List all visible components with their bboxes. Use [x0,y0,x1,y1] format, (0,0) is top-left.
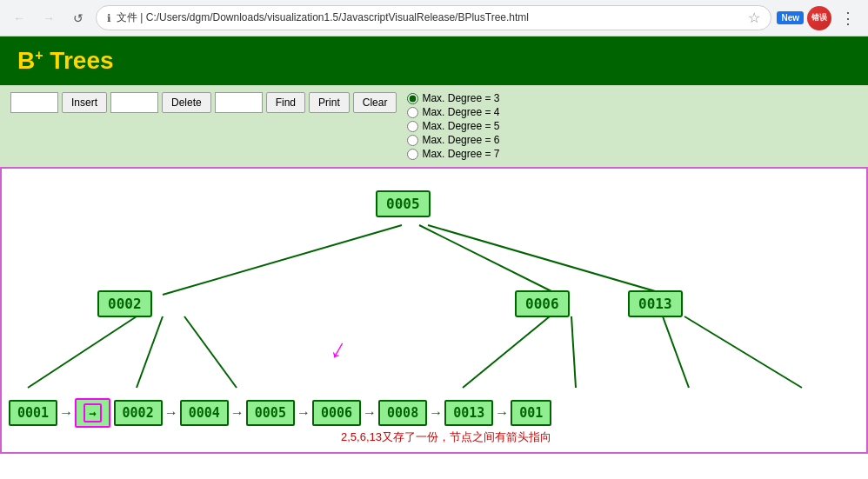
radio-5[interactable] [407,121,418,132]
svg-line-1 [419,225,558,295]
radio-3[interactable] [407,93,418,104]
svg-line-7 [571,316,576,388]
leaf-arrow-3: → [230,405,244,421]
leaf-arrow-7: → [495,405,509,421]
clear-button[interactable]: Clear [353,92,397,113]
leaf-arrow-6: → [429,405,443,421]
radio-item-5[interactable]: Max. Degree = 5 [407,120,499,132]
toolbar-right: New 错误 ⋮ [777,6,861,30]
delete-input[interactable] [110,92,158,113]
svg-line-8 [663,316,689,388]
radio-group: Max. Degree = 3 Max. Degree = 4 Max. Deg… [407,92,499,160]
root-node: 0005 [376,190,431,217]
insert-button[interactable]: Insert [62,92,107,113]
node-0006: 0006 [515,290,570,317]
title-trees: Trees [50,47,113,74]
forward-button[interactable]: → [37,6,61,30]
radio-4[interactable] [407,107,418,118]
app-header: B+ Trees [0,37,868,85]
magenta-arrow: ↓ [325,331,353,366]
leaf-0002-val: 0002 [114,400,163,426]
node-0002: 0002 [97,290,152,317]
leaf-0002: → [75,398,110,428]
title-b: B [17,47,35,74]
bookmark-icon[interactable]: ☆ [748,10,760,26]
node-0013: 0013 [628,290,683,317]
annotation-text: 2,5,6,13又存了一份，节点之间有箭头指向 [341,429,551,445]
address-bar[interactable]: ℹ 文件 | C:/Users/dgm/Downloads/visualizat… [96,5,771,30]
radio-item-4[interactable]: Max. Degree = 4 [407,106,499,118]
refresh-button[interactable]: ↺ [66,6,90,30]
radio-label-6: Max. Degree = 6 [422,134,499,146]
leaf-row: 0001 → → 0002 → 0004 → 0005 → 0006 → 000… [2,398,866,428]
insert-input[interactable] [10,92,58,113]
leaf-arrow-1: → [59,405,73,421]
leaf-0006: 0006 [312,400,361,426]
app-title: B+ Trees [17,47,114,74]
radio-7[interactable] [407,149,418,160]
radio-label-4: Max. Degree = 4 [422,106,499,118]
radio-item-3[interactable]: Max. Degree = 3 [407,92,499,104]
new-badge: New [777,11,804,24]
address-text: 文件 | C:/Users/dgm/Downloads/visualizatio… [117,10,748,25]
leaf-0004: 0004 [180,400,229,426]
radio-label-5: Max. Degree = 5 [422,120,499,132]
radio-label-7: Max. Degree = 7 [422,148,499,160]
lock-icon: ℹ [107,12,111,24]
radio-item-7[interactable]: Max. Degree = 7 [407,148,499,160]
controls-left: Insert Delete Find Print Clear [10,92,397,113]
leaf-0001: 0001 [9,400,57,426]
svg-line-0 [163,225,402,295]
controls-area: Insert Delete Find Print Clear Max. Degr… [0,85,868,167]
svg-line-6 [463,316,550,388]
find-input[interactable] [215,92,263,113]
leaf-0005: 0005 [246,400,295,426]
svg-line-9 [684,316,802,388]
nav-bar: ← → ↺ ℹ 文件 | C:/Users/dgm/Downloads/visu… [0,0,868,36]
menu-icon[interactable]: ⋮ [835,7,861,30]
svg-line-3 [28,316,137,388]
delete-button[interactable]: Delete [162,92,211,113]
tree-area: 0005 0002 0006 0013 0001 → → 0002 → 0004… [0,167,868,454]
avatar: 错误 [807,6,831,30]
radio-6[interactable] [407,135,418,146]
svg-line-2 [428,225,667,295]
leaf-arrow-2: → [164,405,178,421]
avatar-text: 错误 [811,12,827,23]
leaf-arrow-5: → [363,405,377,421]
leaf-0016: 001 [511,400,551,426]
title-sup: + [35,48,43,63]
browser-chrome: ← → ↺ ℹ 文件 | C:/Users/dgm/Downloads/visu… [0,0,868,37]
leaf-0013: 0013 [444,400,493,426]
radio-label-3: Max. Degree = 3 [422,92,499,104]
svg-line-4 [137,316,163,388]
radio-item-6[interactable]: Max. Degree = 6 [407,134,499,146]
leaf-arrow-4: → [297,405,310,421]
back-button[interactable]: ← [7,6,31,30]
find-button[interactable]: Find [266,92,305,113]
svg-line-5 [184,316,237,388]
leaf-0008: 0008 [378,400,427,426]
print-button[interactable]: Print [309,92,350,113]
